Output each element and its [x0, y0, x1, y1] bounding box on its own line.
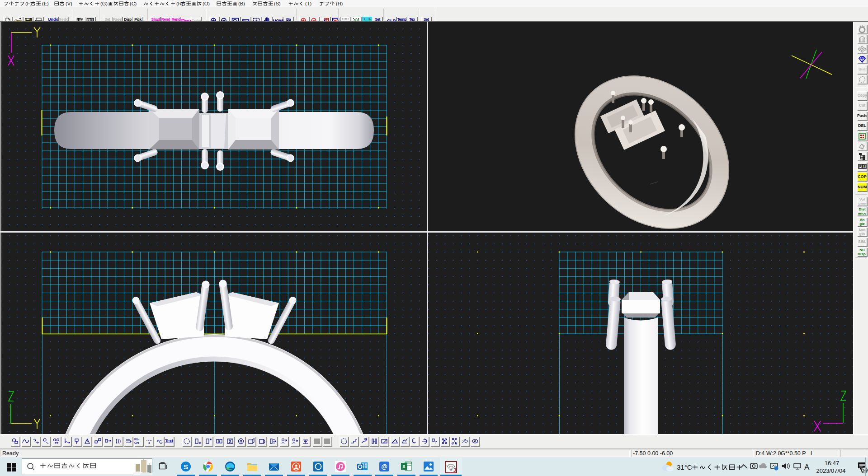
svg-text:7: 7 [435, 440, 437, 444]
svg-text:(V): (V) [66, 1, 72, 6]
svg-text:A: A [804, 463, 810, 471]
svg-text:(T): (T) [305, 1, 311, 6]
svg-text:(E): (E) [42, 1, 49, 6]
svg-text:X: X [402, 464, 406, 469]
svg-text:31°C: 31°C [677, 463, 692, 471]
svg-text:(H): (H) [336, 1, 343, 6]
svg-text:(F): (F) [25, 1, 32, 6]
svg-text:(G): (G) [100, 1, 108, 6]
svg-text:20: 20 [862, 468, 867, 473]
svg-text:S: S [184, 463, 188, 471]
svg-text:E: E [864, 165, 866, 168]
svg-text:J: J [453, 468, 456, 473]
svg-text:(B): (B) [238, 1, 245, 6]
svg-text:(C): (C) [130, 1, 137, 6]
svg-text:(S): (S) [274, 1, 281, 6]
svg-text:@: @ [381, 463, 387, 470]
svg-text:FS: FS [859, 165, 863, 168]
svg-text:(O): (O) [203, 1, 210, 6]
